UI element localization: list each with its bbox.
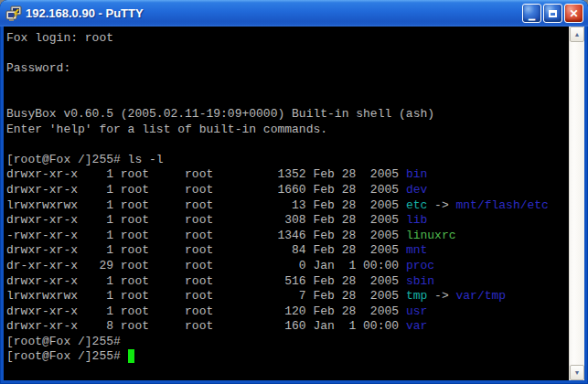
terminal-line: Enter 'help' for a list of built-in comm… <box>6 123 569 138</box>
terminal-line: drwxr-xr-x 1 root root 1660 Feb 28 2005 … <box>6 183 569 198</box>
terminal-line: lrwxrwxrwx 1 root root 13 Feb 28 2005 et… <box>6 198 569 214</box>
terminal-line <box>6 77 569 92</box>
terminal-line <box>6 91 569 107</box>
putty-window: 192.168.0.90 - PuTTY ▁ ✕ Fox login: root… <box>0 0 588 384</box>
terminal-cursor <box>128 349 135 363</box>
terminal-line: lrwxrwxrwx 1 root root 7 Feb 28 2005 tmp… <box>6 289 569 304</box>
scroll-down-button[interactable]: ▼ <box>570 365 584 380</box>
putty-terminals-icon[interactable] <box>5 5 22 22</box>
terminal-line: drwxr-xr-x 1 root root 120 Feb 28 2005 u… <box>6 304 569 320</box>
terminal-line: [root@Fox /]255# ls -l <box>6 153 569 168</box>
close-icon: ✕ <box>569 8 578 19</box>
terminal-line <box>6 137 569 153</box>
scroll-up-button[interactable]: ▲ <box>570 27 584 42</box>
window-body: Fox login: root Password: BusyBox v0.60.… <box>0 27 588 384</box>
terminal-lines: Fox login: root Password: BusyBox v0.60.… <box>6 31 569 365</box>
scroll-down-icon: ▼ <box>574 369 581 376</box>
terminal-line: drwxr-xr-x 1 root root 84 Feb 28 2005 mn… <box>6 243 569 259</box>
terminal-screen[interactable]: Fox login: root Password: BusyBox v0.60.… <box>4 27 569 380</box>
terminal-line: -rwxr-xr-x 1 root root 1346 Feb 28 2005 … <box>6 229 569 244</box>
terminal-line: drwxr-xr-x 1 root root 1352 Feb 28 2005 … <box>6 167 569 183</box>
title-bar[interactable]: 192.168.0.90 - PuTTY ▁ ✕ <box>0 0 588 27</box>
terminal-line: [root@Fox /]255# <box>6 335 569 350</box>
terminal-line: BusyBox v0.60.5 (2005.02.11-19:09+0000) … <box>6 107 569 123</box>
minimize-button[interactable]: ▁ <box>522 4 541 23</box>
close-button[interactable]: ✕ <box>564 4 583 23</box>
terminal-line: Fox login: root <box>6 31 569 47</box>
terminal-line: drwxr-xr-x 1 root root 308 Feb 28 2005 l… <box>6 213 569 229</box>
terminal-line <box>6 47 569 62</box>
terminal-line: dr-xr-xr-x 29 root root 0 Jan 1 00:00 pr… <box>6 259 569 274</box>
terminal-line: drwxr-xr-x 8 root root 160 Jan 1 00:00 v… <box>6 319 569 335</box>
scroll-up-icon: ▲ <box>574 31 581 37</box>
terminal-line: [root@Fox /]255# <box>6 349 569 365</box>
minimize-icon: ▁ <box>529 12 535 20</box>
window-controls: ▁ ✕ <box>522 4 583 23</box>
maximize-icon <box>549 10 557 17</box>
terminal-line: Password: <box>6 61 569 77</box>
scrollbar[interactable]: ▲ ▼ <box>569 27 584 380</box>
terminal-line: drwxr-xr-x 1 root root 516 Feb 28 2005 s… <box>6 274 569 290</box>
window-title: 192.168.0.90 - PuTTY <box>26 6 522 20</box>
maximize-button[interactable] <box>543 4 562 23</box>
